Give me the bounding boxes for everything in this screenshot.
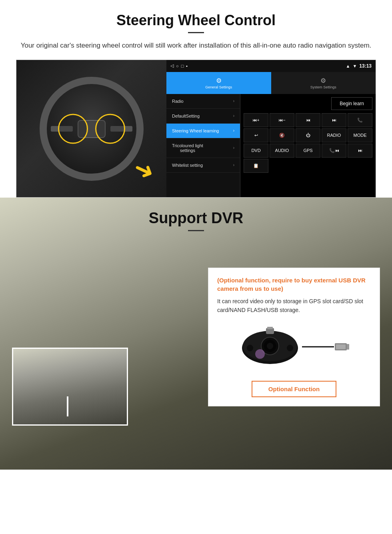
menu-radio-label: Radio (172, 99, 184, 104)
dvr-divider (188, 230, 204, 231)
android-ui-screenshot: ➜ ◁ ○ □ ▪ ▲ ▼ 13:13 ⚙ (16, 60, 376, 198)
ctrl-btn-phone[interactable]: 📞 (348, 113, 372, 127)
steering-title: Steering Wheel Control (16, 12, 376, 29)
svg-rect-12 (347, 344, 349, 350)
signal-icon: ▲ (346, 64, 350, 68)
begin-learn-button[interactable]: Begin learn (331, 97, 372, 110)
android-tabs: ⚙ General Settings ⚙ System Settings (166, 72, 376, 94)
status-time: 13:13 (359, 63, 372, 69)
ctrl-btn-vol-down[interactable]: ⏮− (270, 113, 294, 127)
menu-item-radio[interactable]: Radio › (166, 94, 240, 109)
menu-item-steering-wheel[interactable]: Steering Wheel learning › (166, 124, 240, 138)
dvr-usb-plug (334, 340, 350, 354)
dvr-camera-body (238, 326, 302, 368)
chevron-icon-5: › (233, 163, 234, 167)
ctrl-btn-radio[interactable]: RADIO (322, 128, 346, 142)
tab-general-label: General Settings (205, 85, 232, 89)
ctrl-btn-vol-up[interactable]: ⏮+ (244, 113, 268, 127)
dvr-camera-svg (238, 326, 302, 366)
dvr-title: Support DVR (0, 210, 392, 227)
usb-plug-svg (334, 340, 350, 352)
tab-general-settings[interactable]: ⚙ General Settings (166, 72, 271, 94)
dvr-title-area: Support DVR (0, 198, 392, 235)
tab-system-settings[interactable]: ⚙ System Settings (271, 72, 376, 94)
ctrl-btn-mute[interactable]: 🔇 (270, 128, 294, 142)
android-content: Radio › DefaultSetting › Steering Wheel … (166, 94, 376, 197)
svg-rect-9 (267, 327, 273, 329)
tab-system-label: System Settings (310, 85, 336, 89)
chevron-icon-2: › (233, 114, 234, 118)
dvr-optional-text: (Optional function, require to buy exter… (217, 276, 371, 293)
menu-default-label: DefaultSetting (172, 114, 200, 118)
recents-icon: □ (181, 64, 184, 68)
dvr-thumbnail (12, 348, 128, 426)
menu-tricolour-label: Tricoloured lightsettings (172, 143, 203, 153)
menu-item-defaultsetting[interactable]: DefaultSetting › (166, 109, 240, 124)
svg-point-7 (255, 349, 265, 359)
dvr-cable (302, 346, 334, 348)
chevron-icon-4: › (233, 146, 234, 150)
svg-point-4 (267, 343, 273, 349)
steering-photo: ➜ (16, 60, 166, 198)
ctrl-btn-extra[interactable]: 📋 (244, 159, 268, 173)
ctrl-btn-audio[interactable]: AUDIO (270, 144, 294, 158)
highlight-circle-left (58, 114, 88, 144)
android-menu: Radio › DefaultSetting › Steering Wheel … (166, 94, 240, 197)
optional-function-button[interactable]: Optional Function (252, 381, 336, 397)
menu-icon: ▪ (186, 64, 188, 68)
ctrl-btn-prev[interactable]: ⏮ (296, 113, 320, 127)
menu-steering-label: Steering Wheel learning (172, 128, 219, 133)
thumb-road-visual (13, 349, 127, 424)
steering-section: Steering Wheel Control Your original car… (0, 0, 392, 198)
gear-icon-1: ⚙ (216, 77, 222, 84)
begin-learn-row: Begin learn (244, 97, 372, 110)
ctrl-btn-power[interactable]: ⏻ (296, 128, 320, 142)
svg-point-6 (287, 345, 293, 351)
gear-icon-2: ⚙ (320, 77, 326, 84)
dvr-section: Support DVR (Optional function, require … (0, 198, 392, 470)
svg-point-5 (247, 345, 253, 351)
dvr-description: It can record video only to storage in G… (217, 297, 371, 315)
chevron-icon-3: › (233, 128, 234, 133)
menu-item-whitelist[interactable]: Whitelist setting › (166, 158, 240, 173)
ctrl-btn-mode[interactable]: MODE (348, 128, 372, 142)
dvr-info-card: (Optional function, require to buy exter… (208, 268, 380, 407)
steering-wheel (40, 77, 144, 181)
android-ui: ◁ ○ □ ▪ ▲ ▼ 13:13 ⚙ General Settings (166, 60, 376, 197)
menu-whitelist-label: Whitelist setting (172, 163, 203, 168)
ctrl-btn-next[interactable]: ⏭ (322, 113, 346, 127)
home-icon: ○ (176, 64, 179, 68)
dvr-camera-visual (217, 321, 371, 373)
ctrl-btn-call-next[interactable]: ⏭ (348, 144, 372, 158)
ctrl-btn-gps[interactable]: GPS (296, 144, 320, 158)
wifi-icon: ▼ (352, 64, 357, 68)
chevron-icon: › (233, 99, 234, 103)
title-divider-1 (188, 32, 204, 33)
highlight-circle-right (95, 114, 125, 144)
android-right-panel: Begin learn ⏮+ ⏮− ⏮ ⏭ 📞 ↩ 🔇 ⏻ RADIO (240, 94, 376, 197)
control-grid: ⏮+ ⏮− ⏮ ⏭ 📞 ↩ 🔇 ⏻ RADIO MODE DVD AUDIO (244, 113, 372, 173)
status-bar: ◁ ○ □ ▪ ▲ ▼ 13:13 (166, 60, 376, 72)
steering-subtitle: Your original car's steering wheel contr… (16, 40, 376, 51)
svg-rect-11 (336, 344, 346, 349)
ctrl-btn-dvd[interactable]: DVD (244, 144, 268, 158)
status-right-icons: ▲ ▼ 13:13 (346, 63, 372, 69)
ctrl-btn-call-prev[interactable]: 📞⏮ (322, 144, 346, 158)
status-nav-icons: ◁ ○ □ ▪ (170, 63, 188, 68)
ctrl-btn-hangup[interactable]: ↩ (244, 128, 268, 142)
back-icon: ◁ (170, 63, 174, 68)
menu-item-tricoloured[interactable]: Tricoloured lightsettings › (166, 138, 240, 158)
